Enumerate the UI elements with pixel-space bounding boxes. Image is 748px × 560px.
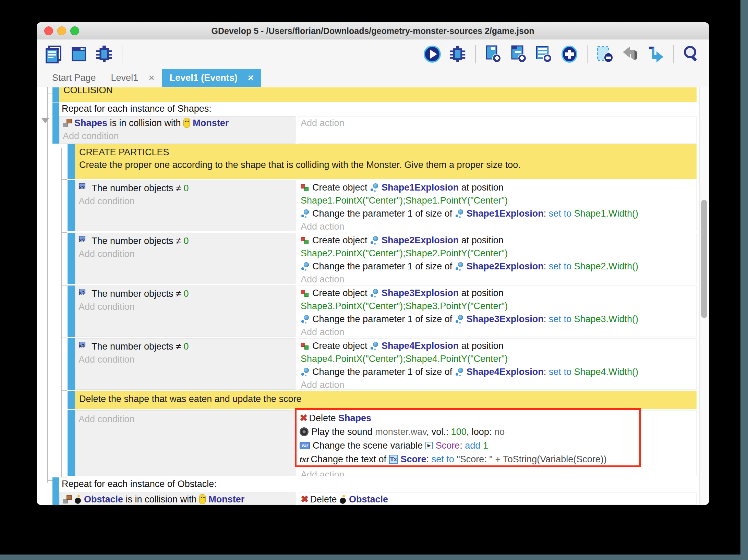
event-drag-bar	[52, 477, 59, 505]
tab-start-page[interactable]: Start Page	[45, 69, 104, 87]
create-object-icon	[301, 183, 310, 192]
actions-cell[interactable]: ✖Delete Obstacle	[298, 492, 697, 505]
event-repeat-shapes[interactable]: Repeat for each instance of Shapes: Shap…	[52, 102, 697, 144]
action-change-variable[interactable]: VarChange the scene variable ▶Score: add…	[297, 439, 639, 452]
zoom-window-button[interactable]	[70, 26, 79, 35]
add-action-link[interactable]: Add action	[298, 468, 345, 476]
action-delete-obstacle[interactable]: ✖Delete Obstacle	[298, 493, 696, 505]
object-name: Shape1Explosion	[467, 208, 544, 219]
condition-value: 0	[183, 341, 189, 352]
actions-cell[interactable]: Create object Shape1Explosion at positio…	[298, 180, 697, 231]
tree-tick	[61, 390, 67, 391]
object-name: Shape1Explosion	[382, 182, 459, 193]
particle-emitter-icon	[301, 367, 310, 376]
remove-selection-button[interactable]	[595, 44, 615, 64]
condition-operator: ≠	[176, 341, 181, 352]
conditions-cell[interactable]: Obstacle is in collision with Monster	[59, 492, 295, 505]
add-condition-link[interactable]: Add condition	[75, 353, 295, 366]
add-action-link[interactable]: Add action	[298, 117, 696, 130]
object-name: Obstacle	[349, 494, 388, 504]
object-name: Shape4Explosion	[467, 367, 544, 377]
actions-cell[interactable]: Create object Shape4Explosion at positio…	[298, 338, 697, 390]
particle-emitter-icon	[455, 315, 464, 324]
add-action-link[interactable]: Add action	[298, 378, 696, 390]
comment-create-particles[interactable]: CREATE PARTICLES Create the proper one a…	[68, 144, 697, 179]
event-drag-bar	[52, 102, 59, 144]
debug-button[interactable]	[94, 44, 114, 64]
comment-text: COLLISION	[59, 87, 697, 96]
conditions-cell[interactable]: x?The number objects ≠ 0 Add condition	[75, 338, 295, 390]
scene-variable-icon: ▶	[425, 442, 433, 449]
add-condition-link[interactable]: Add condition	[75, 195, 295, 208]
actions-cell[interactable]: Create object Shape3Explosion at positio…	[298, 285, 697, 337]
close-tab-icon[interactable]: ×	[148, 72, 155, 84]
conditions-cell[interactable]: Add condition	[75, 410, 295, 476]
conditions-cell[interactable]: Shapes is in collision with Monster Add …	[59, 116, 295, 144]
particle-emitter-icon	[370, 289, 379, 297]
repeat-header: Repeat for each instance of Obstacle:	[62, 479, 217, 489]
scrollbar-thumb[interactable]	[701, 200, 707, 318]
collapse-arrow-icon[interactable]	[41, 118, 49, 123]
action-text: at position	[461, 288, 504, 298]
subevent-shape2[interactable]: x?The number objects ≠ 0 Add condition C…	[68, 233, 697, 284]
undo-button[interactable]	[620, 44, 640, 64]
action-change-text[interactable]: txtChange the text of TxScore: set to "S…	[297, 452, 639, 466]
event-repeat-obstacle[interactable]: Repeat for each instance of Obstacle: Ob…	[52, 477, 697, 505]
tab-bar: Start Page Level1 × Level1 (Events) ×	[37, 69, 709, 87]
subevent-shape3[interactable]: x?The number objects ≠ 0 Add condition C…	[68, 285, 697, 337]
redo-button[interactable]	[646, 44, 666, 64]
add-event-button[interactable]	[483, 44, 503, 64]
project-manager-button[interactable]	[44, 44, 63, 64]
conditions-cell[interactable]: x?The number objects ≠ 0 Add condition	[75, 233, 295, 284]
subevent-shape4[interactable]: x?The number objects ≠ 0 Add condition C…	[68, 338, 697, 390]
scene-editor-button[interactable]	[69, 44, 89, 64]
selected-actions-box[interactable]: ✖Delete Shapes Play the sound monster.wa…	[295, 408, 641, 467]
action-play-sound[interactable]: Play the sound monster.wav, vol.: 100, l…	[297, 425, 639, 439]
subevent-shape1[interactable]: x?The number objects ≠ 0 Add condition C…	[68, 180, 697, 231]
comment-collision[interactable]: COLLISION	[52, 87, 697, 102]
condition-text: The number objects	[92, 183, 173, 193]
play-icon	[423, 45, 442, 64]
add-subevent-button[interactable]	[509, 44, 529, 64]
search-button[interactable]	[681, 44, 701, 64]
text-expression: "Score: " + ToString(Variable(Score))	[457, 454, 607, 464]
size-expression: Shape4.Width()	[574, 367, 638, 377]
conditions-cell[interactable]: x?The number objects ≠ 0 Add condition	[75, 285, 295, 337]
actions-cell[interactable]: Add action	[298, 116, 697, 144]
add-condition-link[interactable]: Add condition	[75, 413, 295, 426]
actions-cell[interactable]: Create object Shape2Explosion at positio…	[298, 233, 697, 284]
size-expression: Shape2.Width()	[574, 261, 638, 271]
size-expression: Shape3.Width()	[574, 314, 638, 324]
particle-emitter-icon	[370, 341, 379, 350]
vertical-scrollbar[interactable]	[699, 87, 709, 505]
add-condition-link[interactable]: Add condition	[60, 130, 295, 143]
text-object-icon: Tx	[389, 455, 398, 464]
tree-tick	[47, 94, 53, 94]
add-condition-link[interactable]: Add condition	[75, 247, 295, 260]
conditions-cell[interactable]: x?The number objects ≠ 0 Add condition	[75, 180, 295, 231]
tab-level1-events[interactable]: Level1 (Events) ×	[162, 69, 262, 87]
add-comment-icon	[534, 45, 554, 64]
action-delete-shapes[interactable]: ✖Delete Shapes	[297, 411, 639, 425]
comment-delete-update[interactable]: Delete the shape that was eaten and upda…	[68, 391, 697, 409]
condition-operator: ≠	[176, 236, 181, 246]
add-comment-button[interactable]	[534, 44, 554, 64]
remove-selection-icon	[595, 45, 615, 64]
add-action-link[interactable]: Add action	[298, 220, 696, 231]
tab-level1[interactable]: Level1 ×	[104, 69, 162, 87]
close-tab-icon[interactable]: ×	[248, 72, 254, 84]
add-action-link[interactable]: Add action	[298, 273, 696, 284]
debugger-button[interactable]	[448, 44, 468, 64]
add-condition-link[interactable]: Add condition	[75, 300, 295, 313]
condition-text: is in collision with	[110, 118, 181, 128]
close-window-button[interactable]	[44, 26, 53, 35]
add-new-button[interactable]	[559, 44, 579, 64]
object-name: Shape4Explosion	[382, 341, 459, 351]
object-name: Shape3Explosion	[382, 288, 459, 298]
add-action-link[interactable]: Add action	[298, 326, 696, 337]
minimize-window-button[interactable]	[57, 26, 66, 35]
condition-text: The number objects	[92, 289, 173, 299]
action-text: , loop:	[467, 427, 492, 437]
play-button[interactable]	[422, 44, 442, 64]
particle-emitter-icon	[301, 209, 310, 218]
